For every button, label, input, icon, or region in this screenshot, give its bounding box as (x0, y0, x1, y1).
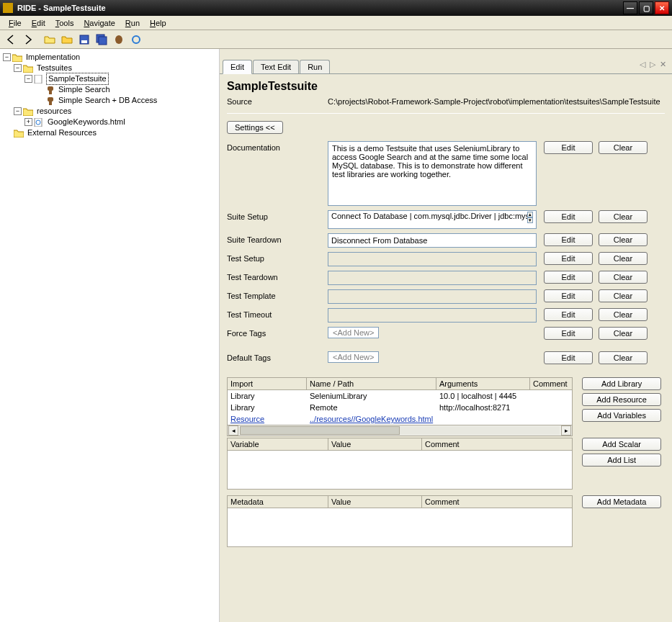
suite-teardown-input[interactable]: Disconnect From Database (328, 233, 537, 248)
tree-node-testsuites[interactable]: − Testsuites (3, 63, 219, 73)
test-timeout-input[interactable] (328, 308, 537, 323)
force-tags-clear-button[interactable]: Clear (599, 327, 648, 340)
add-scalar-button[interactable]: Add Scalar (582, 438, 661, 451)
resource-link[interactable]: Resource (228, 413, 307, 425)
test-template-edit-button[interactable]: Edit (544, 289, 593, 302)
save-icon-2[interactable] (94, 32, 109, 48)
variables-table-body[interactable] (227, 451, 573, 490)
spinner-down-icon[interactable]: ▾ (527, 217, 533, 223)
collapse-icon[interactable]: − (24, 75, 32, 83)
file-icon (34, 75, 44, 84)
test-template-clear-button[interactable]: Clear (599, 289, 648, 302)
settings-toggle-button[interactable]: Settings << (227, 121, 283, 134)
close-button[interactable]: ✕ (655, 1, 669, 14)
test-template-label: Test Template (227, 289, 328, 300)
maximize-button[interactable]: ▢ (639, 1, 653, 14)
documentation-textarea[interactable]: This is a demo Testsuite that uses Selen… (328, 141, 537, 206)
force-tags-add-new[interactable]: <Add New> (328, 327, 379, 338)
suite-teardown-edit-button[interactable]: Edit (544, 233, 593, 246)
menu-tools[interactable]: Tools (51, 17, 79, 29)
tab-run[interactable]: Run (300, 60, 330, 73)
collapse-icon[interactable]: − (3, 53, 11, 61)
metadata-table-body[interactable] (227, 508, 573, 547)
metadata-header-value[interactable]: Value (328, 496, 422, 508)
force-tags-edit-button[interactable]: Edit (544, 327, 593, 340)
metadata-header-comment[interactable]: Comment (422, 496, 572, 508)
test-setup-input[interactable] (328, 252, 537, 266)
default-tags-clear-button[interactable]: Clear (599, 351, 648, 364)
resource-path-link[interactable]: ../resources//GoogleKeywords.html (307, 413, 436, 425)
spinner-up-icon[interactable]: ▴ (527, 212, 533, 217)
stop-icon-button[interactable] (128, 32, 144, 48)
suite-setup-edit-button[interactable]: Edit (544, 210, 593, 223)
tree-node-googlekeywords[interactable]: + GoogleKeywords.html (3, 117, 219, 127)
variables-header-comment[interactable]: Comment (422, 438, 572, 450)
tree-node-simple-search[interactable]: Simple Search (3, 84, 219, 95)
variables-header-variable[interactable]: Variable (228, 438, 328, 450)
expand-icon[interactable]: + (24, 118, 32, 126)
tree-node-external-resources[interactable]: External Resources (3, 127, 219, 138)
default-tags-add-new[interactable]: <Add New> (328, 351, 379, 363)
menu-file[interactable]: File (4, 17, 26, 29)
metadata-header-metadata[interactable]: Metadata (228, 496, 328, 508)
open-folder-button[interactable] (42, 32, 58, 48)
variables-header-value[interactable]: Value (328, 438, 422, 450)
test-timeout-edit-button[interactable]: Edit (544, 308, 593, 321)
robot-icon-button[interactable] (111, 32, 127, 48)
tree-label: Testsuites (35, 63, 73, 73)
add-metadata-button[interactable]: Add Metadata (582, 495, 661, 508)
test-template-input[interactable] (328, 289, 537, 304)
imports-header-name[interactable]: Name / Path (307, 378, 436, 389)
test-setup-clear-button[interactable]: Clear (599, 252, 648, 265)
tree-node-implementation[interactable]: − Implementation (3, 52, 219, 63)
tab-close[interactable]: ✕ (660, 60, 666, 69)
suite-teardown-clear-button[interactable]: Clear (599, 233, 648, 246)
scroll-right-icon[interactable]: ▸ (561, 425, 571, 436)
add-library-button[interactable]: Add Library (582, 377, 661, 390)
documentation-edit-button[interactable]: Edit (544, 141, 593, 154)
save-button[interactable] (76, 32, 92, 48)
tree-node-resources[interactable]: − resources (3, 106, 219, 117)
forward-button[interactable] (20, 32, 36, 48)
table-row[interactable]: Library SeleniumLibrary 10.0 | localhost… (228, 390, 572, 402)
collapse-icon[interactable]: − (14, 64, 22, 72)
tab-edit[interactable]: Edit (223, 60, 252, 74)
table-row[interactable]: Resource ../resources//GoogleKeywords.ht… (228, 413, 572, 425)
back-button[interactable] (3, 32, 19, 48)
default-tags-edit-button[interactable]: Edit (544, 351, 593, 364)
test-timeout-clear-button[interactable]: Clear (599, 308, 648, 321)
imports-header-args[interactable]: Arguments (436, 378, 530, 389)
imports-header-import[interactable]: Import (228, 378, 307, 389)
force-tags-label: Force Tags (227, 327, 328, 338)
scroll-thumb[interactable] (240, 426, 400, 435)
test-teardown-clear-button[interactable]: Clear (599, 271, 648, 284)
menu-edit[interactable]: Edit (27, 17, 50, 29)
imports-header-comment[interactable]: Comment (530, 378, 572, 389)
tab-text-edit[interactable]: Text Edit (253, 60, 299, 73)
minimize-button[interactable]: — (623, 1, 637, 14)
tab-nav-left[interactable]: ◁ (640, 60, 645, 69)
test-teardown-edit-button[interactable]: Edit (544, 271, 593, 284)
svg-rect-9 (48, 97, 53, 102)
open-file-button[interactable] (59, 32, 75, 48)
menu-help[interactable]: Help (145, 17, 171, 29)
testcase-icon (46, 96, 55, 106)
add-resource-button[interactable]: Add Resource (582, 393, 661, 406)
suite-setup-input[interactable]: Connect To Database | com.mysql.jdbc.Dri… (328, 210, 537, 229)
tree-node-sampletestsuite[interactable]: − SampleTestsuite (3, 73, 219, 84)
table-row[interactable]: Library Remote http://localhost:8271 (228, 402, 572, 413)
menu-run[interactable]: Run (121, 17, 144, 29)
documentation-clear-button[interactable]: Clear (599, 141, 648, 154)
add-variables-button[interactable]: Add Variables (582, 409, 661, 422)
add-list-button[interactable]: Add List (582, 454, 661, 466)
scroll-left-icon[interactable]: ◂ (228, 425, 238, 436)
test-setup-edit-button[interactable]: Edit (544, 252, 593, 265)
imports-scrollbar[interactable]: ◂ ▸ (227, 425, 573, 436)
tab-nav-right[interactable]: ▷ (650, 60, 655, 69)
menu-navigate[interactable]: Navigate (79, 17, 119, 29)
collapse-icon[interactable]: − (14, 107, 22, 115)
tree-label: Implementation (24, 52, 81, 63)
test-teardown-input[interactable] (328, 271, 537, 285)
tree-node-simple-search-db[interactable]: Simple Search + DB Access (3, 95, 219, 106)
suite-setup-clear-button[interactable]: Clear (599, 210, 648, 223)
